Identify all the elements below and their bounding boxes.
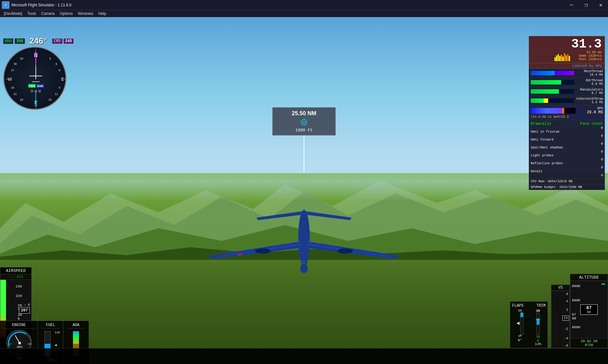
crs-value: 245 <box>64 39 74 44</box>
svg-text:W: W <box>8 77 12 82</box>
menu-options[interactable]: Options <box>57 11 75 16</box>
vs-title: VS <box>551 285 570 291</box>
altitude-tick-8900: 8900 <box>572 284 580 288</box>
svg-point-47 <box>39 90 41 92</box>
svg-point-45 <box>31 90 33 92</box>
menu-help[interactable]: Help <box>96 11 109 16</box>
cpu-mem-row: CPU Mem: 9654/32678 MB <box>529 179 605 184</box>
airspeed-tick-230: 230 <box>16 285 22 288</box>
engine-title: ENGINE <box>3 323 35 329</box>
reflection-probes-label: Reflection probes <box>531 162 563 165</box>
fps-bars <box>554 52 570 61</box>
window-title: Microsoft Flight Simulator - 1.11.6.0 <box>11 3 71 7</box>
gpu-mem-row: GPUMem budget: 2933/3200 MB <box>529 184 605 190</box>
svg-text:12: 12 <box>55 92 58 96</box>
svg-text:E: E <box>61 77 64 82</box>
fps-value: 31.3 <box>571 38 602 51</box>
altitude-tick-87xx: 8700 <box>572 313 576 320</box>
svg-point-5 <box>255 248 271 254</box>
rdrthread-label: RdrThread <box>576 79 603 82</box>
svg-text:FMS: FMS <box>29 85 35 88</box>
aircraft <box>193 204 415 267</box>
vs-current: 25 <box>562 316 569 321</box>
trim-label: TRIM <box>536 304 546 308</box>
trim-position: 30 <box>536 309 540 313</box>
reflection-probes-value: 0 <box>601 166 603 169</box>
altitude-panel: ALTITUDE 8900 8800 8700 8600 87 00 29.92… <box>570 274 608 348</box>
flap-arrow: ◄ <box>516 321 520 326</box>
heading-display: 246° <box>29 36 47 46</box>
svg-text:3: 3 <box>49 57 51 60</box>
svg-text:ENR: ENR <box>37 85 43 88</box>
airspeed-reading: — 8 207 <box>19 303 30 314</box>
fuel-title: FUEL <box>41 323 60 329</box>
cpu-mem-label: CPU Mem: <box>531 180 546 183</box>
waypoint-line <box>304 135 304 173</box>
vs-tick-4: 4 <box>566 300 568 303</box>
flaps-trim-panel: FLAPS TRIM DN ◄ UP 0° 30 <box>510 301 548 348</box>
altitude-title: ALTITUDE <box>570 274 608 281</box>
omni-forward-value: 0 <box>601 142 603 146</box>
menu-devmode[interactable]: [DevMode] <box>1 11 25 16</box>
drawcalls-label: Drawcalls <box>531 122 551 126</box>
waypoint-icon <box>279 119 329 127</box>
coherent-row: CoherentGTDraw 3.3 MS <box>529 96 605 105</box>
svg-text:27: 27 <box>11 69 14 72</box>
coherent-value: 3.3 MS <box>576 101 603 104</box>
face-count-label: Face count <box>580 122 603 126</box>
compass-container: HDG 368 246° CRS 245 N S W E <box>3 36 73 110</box>
crs-label: CRS <box>52 39 62 44</box>
cpu-mem-value: 9654/32678 MB <box>548 180 573 183</box>
airspeed-tick-200: 200 <box>18 313 22 321</box>
compass-circle: N S W E 3 6 9 33 30 27 24 21 18 15 12 9 <box>3 47 66 110</box>
window-controls: — ❐ ✕ <box>564 0 608 10</box>
omni-forward-label: Omni forward <box>531 138 554 141</box>
waypoint-altitude: 1900 Ft <box>279 128 329 133</box>
svg-text:9: 9 <box>59 86 60 89</box>
altitude-current: 87 00 <box>580 304 598 315</box>
to-value-indicator: ▲ <box>537 339 539 342</box>
altitude-baro-label: 29.92 IN <box>571 339 607 343</box>
airspeed-tick-220: 220 <box>16 294 22 298</box>
minimize-button[interactable]: — <box>564 0 579 10</box>
menu-camera[interactable]: Camera <box>39 11 57 16</box>
spot-shadows-value: 0 <box>601 150 603 154</box>
fps-game: Game 1320×cs <box>571 54 602 58</box>
viewport: 25.50 NM 1900 Ft HDG 368 246° CRS 245 <box>0 17 608 364</box>
close-button[interactable]: ✕ <box>593 0 608 10</box>
maximize-button[interactable]: ❐ <box>579 0 593 10</box>
vs-panel: VS 6 4 2 0 -2 -4 -6 25 <box>551 285 570 348</box>
spot-shadows-label: Spot/Omni shadows <box>531 146 563 149</box>
altitude-tick-8600: 8600 <box>572 325 580 329</box>
vs-tape: 6 4 2 0 -2 -4 -6 25 <box>551 291 570 348</box>
gpu-mem-value: 2933/3200 MB <box>559 185 582 189</box>
app-icon: ✈ <box>2 1 10 9</box>
flaps-label: FLAPS <box>512 304 523 308</box>
drawcalls-value: 0 <box>601 126 603 130</box>
svg-point-6 <box>337 248 353 254</box>
svg-line-52 <box>15 336 20 343</box>
manipulators-label: Manipulators <box>576 88 603 91</box>
rdrthread-value: 6.9 MS <box>576 82 603 86</box>
menu-tools[interactable]: Tools <box>25 11 39 16</box>
gpu-label: GPU <box>578 107 603 110</box>
omni-frustum-label: Omni in frustum <box>531 130 559 134</box>
altitude-top-indicator <box>601 284 605 285</box>
svg-text:21: 21 <box>14 92 17 96</box>
decals-value: 0 <box>601 174 603 177</box>
svg-rect-7 <box>238 254 242 255</box>
altitude-baro: 29.92 IN 8726 <box>570 338 608 348</box>
svg-point-8 <box>300 264 308 273</box>
trim-column: 30 TO ▲ 12% <box>535 309 541 346</box>
perf-fps-box: 31.3 31.92 ms Game 1320×cs Post 1320×cs <box>529 36 605 63</box>
svg-text:30: 30 <box>14 62 17 66</box>
flaps-column: DN ◄ UP 0° <box>516 309 523 346</box>
altitude-tape: 8900 8800 8700 8600 87 00 <box>570 281 608 338</box>
menu-windows[interactable]: Windows <box>75 11 96 16</box>
trim-bar <box>536 313 540 335</box>
decals-label: Decals <box>531 170 542 173</box>
trim-value: 12% <box>535 342 541 346</box>
svg-text:110: 110 <box>28 343 31 345</box>
svg-text:6: 6 <box>55 62 57 66</box>
aoa-title: AOA <box>66 323 86 329</box>
